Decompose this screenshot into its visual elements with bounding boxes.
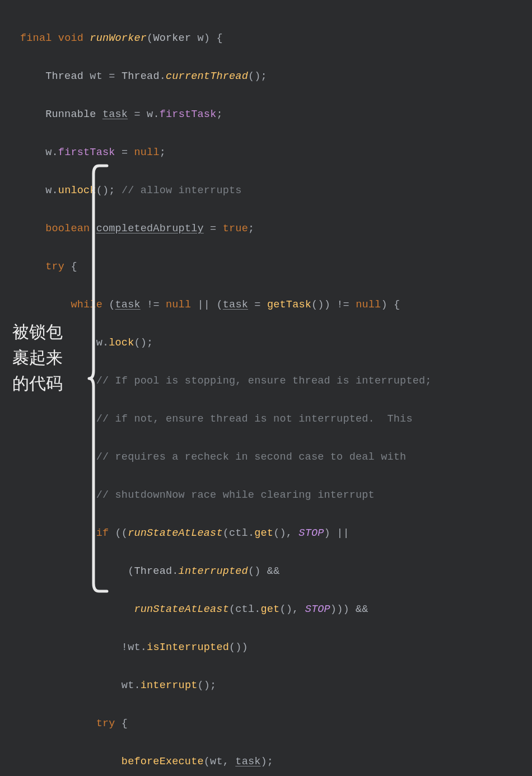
code-line: Runnable task = w.firstTask; bbox=[0, 105, 532, 124]
code-line: // If pool is stopping, ensure thread is… bbox=[0, 372, 532, 391]
code-line: (Thread.interrupted() && bbox=[0, 562, 532, 581]
code-line: w.firstTask = null; bbox=[0, 143, 532, 162]
code-line: runStateAtLeast(ctl.get(), STOP))) && bbox=[0, 600, 532, 619]
code-line: while (task != null || (task = getTask()… bbox=[0, 296, 532, 315]
code-line: // requires a recheck in second case to … bbox=[0, 448, 532, 467]
annotation-label: 被锁包 裹起来 的代码 bbox=[12, 319, 63, 396]
code-line: w.unlock(); // allow interrupts bbox=[0, 181, 532, 200]
code-line: try { bbox=[0, 258, 532, 277]
code-line: Thread wt = Thread.currentThread(); bbox=[0, 67, 532, 86]
code-line: !wt.isInterrupted()) bbox=[0, 638, 532, 657]
code-editor: final void runWorker(Worker w) { Thread … bbox=[0, 0, 532, 776]
code-line: // if not, ensure thread is not interrup… bbox=[0, 410, 532, 429]
code-line: try { bbox=[0, 714, 532, 733]
code-line: if ((runStateAtLeast(ctl.get(), STOP) || bbox=[0, 524, 532, 543]
code-line: boolean completedAbruptly = true; bbox=[0, 219, 532, 239]
code-line: wt.interrupt(); bbox=[0, 676, 532, 695]
code-line: // shutdownNow race while clearing inter… bbox=[0, 486, 532, 505]
code-line: beforeExecute(wt, task); bbox=[0, 752, 532, 772]
annotation-bracket bbox=[87, 163, 109, 593]
code-line: final void runWorker(Worker w) { bbox=[0, 29, 532, 48]
code-line: w.lock(); bbox=[0, 334, 532, 353]
